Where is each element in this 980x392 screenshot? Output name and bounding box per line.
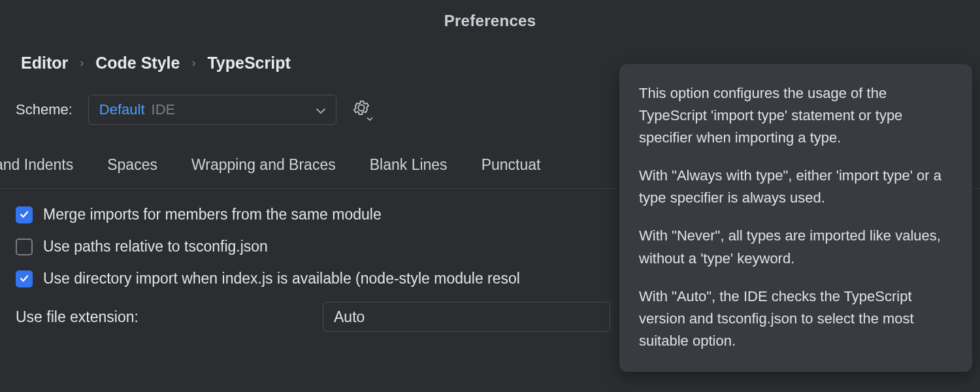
scheme-value: Default [99, 101, 145, 118]
help-tooltip: This option configures the usage of the … [619, 64, 972, 372]
tooltip-paragraph: With "Never", all types are imported lik… [639, 225, 953, 269]
option-label: Merge imports for members from the same … [43, 206, 382, 223]
tab-indents[interactable]: and Indents [0, 154, 74, 176]
breadcrumb-sep: › [80, 56, 84, 70]
checkbox-relative-paths[interactable] [16, 238, 33, 255]
tab-wrapping[interactable]: Wrapping and Braces [190, 154, 337, 176]
scheme-select[interactable]: Default IDE [88, 95, 336, 125]
checkbox-merge-imports[interactable] [16, 206, 33, 223]
gear-icon[interactable] [352, 99, 370, 121]
checkmark-icon [19, 270, 29, 287]
tooltip-paragraph: With "Auto", the IDE checks the TypeScri… [639, 286, 953, 352]
checkbox-directory-import[interactable] [16, 270, 33, 287]
option-label: Use directory import when index.js is av… [43, 270, 520, 287]
tab-spaces[interactable]: Spaces [106, 154, 159, 176]
tab-blank-lines[interactable]: Blank Lines [368, 154, 449, 176]
breadcrumb-editor[interactable]: Editor [21, 54, 68, 73]
file-extension-select[interactable]: Auto [323, 302, 610, 332]
file-extension-value: Auto [334, 308, 365, 326]
option-label: Use paths relative to tsconfig.json [43, 238, 268, 255]
chevron-down-icon [316, 101, 325, 118]
scheme-label: Scheme: [16, 101, 73, 118]
checkmark-icon [19, 206, 29, 223]
tooltip-paragraph: This option configures the usage of the … [639, 82, 953, 149]
tab-punctuation[interactable]: Punctuat [480, 154, 542, 176]
breadcrumb-sep: › [191, 56, 195, 70]
window-title: Preferences [0, 0, 980, 39]
scheme-scope: IDE [152, 101, 176, 118]
tooltip-paragraph: With "Always with type", either 'import … [639, 165, 953, 209]
breadcrumb-code-style[interactable]: Code Style [95, 54, 180, 73]
breadcrumb-typescript[interactable]: TypeScript [207, 54, 290, 73]
file-extension-label: Use file extension: [16, 308, 310, 326]
